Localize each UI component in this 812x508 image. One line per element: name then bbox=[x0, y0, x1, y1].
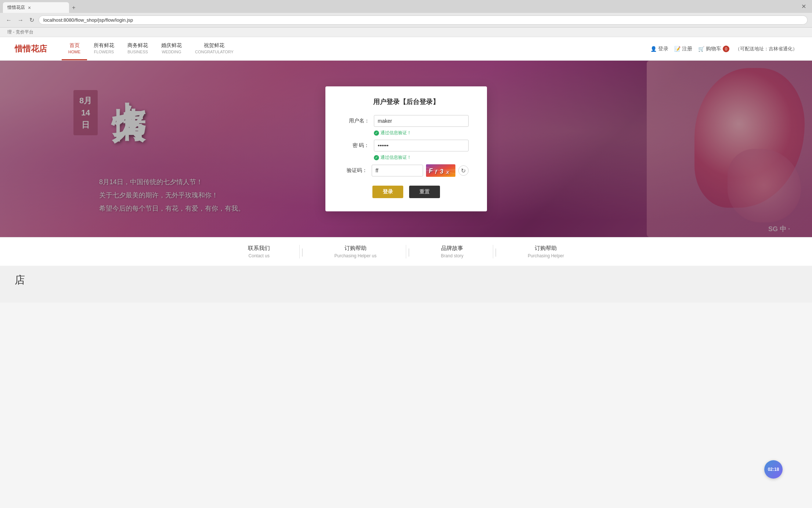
check-icon-2: ✓ bbox=[374, 155, 379, 160]
svg-text:f: f bbox=[434, 169, 437, 175]
username-validation: ✓ 通过信息验证！ bbox=[374, 130, 469, 136]
password-row: 密 码： bbox=[344, 140, 469, 151]
browser-chrome: 惜惜花店 × + ← → ↻ localhost:8080/flow_shop/… bbox=[0, 0, 812, 28]
captcha-row: 验证码： bbox=[344, 164, 469, 177]
browser-tab[interactable]: 惜惜花店 × bbox=[3, 2, 69, 13]
svg-text:3: 3 bbox=[440, 168, 444, 175]
footer-item-contact[interactable]: 联系我们 Contact us bbox=[219, 245, 300, 258]
tab-close-button[interactable]: × bbox=[28, 5, 31, 11]
register-button[interactable]: 📝 注册 bbox=[674, 46, 692, 52]
nav-item-business[interactable]: 商务鲜花 BUSINESS bbox=[121, 37, 155, 60]
password-label: 密 码： bbox=[344, 142, 369, 149]
site-logo: 惜惜花店 bbox=[15, 43, 47, 54]
back-button[interactable]: ← bbox=[4, 15, 13, 25]
reset-button[interactable]: 重置 bbox=[409, 186, 440, 198]
svg-text:x: x bbox=[445, 169, 450, 175]
site-header: 惜惜花店 首页 HOME 所有鲜花 FLOWERS 商务鲜花 BUSINESS … bbox=[0, 37, 812, 61]
svg-text:F: F bbox=[428, 167, 434, 175]
browser-refresh-icon[interactable]: ✕ bbox=[801, 3, 806, 10]
page-bottom: 店 bbox=[0, 266, 812, 303]
password-validation: ✓ 通过信息验证！ bbox=[374, 154, 469, 161]
url-bar[interactable]: localhost:8080/flow_shop/jsp/flow/login.… bbox=[39, 15, 808, 25]
login-person-icon: 👤 bbox=[650, 46, 657, 52]
footer-item-purchasing1[interactable]: 订购帮助 Purchasing Helper us bbox=[305, 245, 406, 258]
login-button[interactable]: 👤 登录 bbox=[650, 46, 668, 52]
footer-divider-1: | bbox=[300, 247, 305, 257]
captcha-refresh-button[interactable]: ↻ bbox=[458, 165, 469, 176]
store-name-large: 店 bbox=[15, 273, 797, 287]
breadcrumb: 理 - 竞价平台 bbox=[0, 28, 812, 37]
footer-divider-2: | bbox=[406, 247, 411, 257]
form-buttons: 登录 重置 bbox=[344, 186, 469, 198]
new-tab-button[interactable]: + bbox=[69, 3, 78, 12]
login-submit-button[interactable]: 登录 bbox=[372, 186, 403, 198]
footer-items: 联系我们 Contact us | 订购帮助 Purchasing Helper… bbox=[0, 245, 812, 258]
nav-item-congratulatory[interactable]: 祝贺鲜花 CONGRATULATORY bbox=[188, 37, 240, 60]
check-icon: ✓ bbox=[374, 130, 379, 136]
password-input[interactable] bbox=[374, 140, 469, 151]
nav-item-flowers[interactable]: 所有鲜花 FLOWERS bbox=[87, 37, 121, 60]
register-icon: 📝 bbox=[674, 46, 681, 52]
login-modal: 用户登录【后台登录】 用户名： ✓ 通过信息验证！ 密 码： ✓ 通过信息验证！ bbox=[325, 86, 487, 211]
nav-item-wedding[interactable]: 婚庆鲜花 WEDDING bbox=[155, 37, 188, 60]
footer-strip: 联系我们 Contact us | 订购帮助 Purchasing Helper… bbox=[0, 237, 812, 266]
site-nav: 首页 HOME 所有鲜花 FLOWERS 商务鲜花 BUSINESS 婚庆鲜花 … bbox=[62, 37, 650, 60]
tab-title: 惜惜花店 bbox=[7, 4, 25, 11]
cart-count-badge: 0 bbox=[723, 46, 729, 52]
username-label: 用户名： bbox=[344, 118, 369, 124]
address-bar: ← → ↻ localhost:8080/flow_shop/jsp/flow/… bbox=[0, 13, 812, 27]
browser-tabs: 惜惜花店 × + bbox=[0, 0, 812, 13]
reload-button[interactable]: ↻ bbox=[28, 15, 36, 25]
captcha-image: F f 3 x bbox=[426, 164, 455, 177]
delivery-info: （可配送地址：吉林省通化） bbox=[735, 46, 797, 52]
site-actions: 👤 登录 📝 注册 🛒 购物车 0 （可配送地址：吉林省通化） bbox=[650, 46, 797, 52]
nav-item-home[interactable]: 首页 HOME bbox=[62, 37, 87, 60]
footer-item-brand[interactable]: 品牌故事 Brand story bbox=[411, 245, 493, 258]
forward-button[interactable]: → bbox=[16, 15, 25, 25]
captcha-input[interactable] bbox=[372, 165, 423, 176]
footer-divider-3: | bbox=[493, 247, 498, 257]
modal-overlay: 用户登录【后台登录】 用户名： ✓ 通过信息验证！ 密 码： ✓ 通过信息验证！ bbox=[0, 61, 812, 237]
cart-icon: 🛒 bbox=[698, 46, 704, 52]
username-input[interactable] bbox=[374, 115, 469, 127]
captcha-label: 验证码： bbox=[344, 167, 367, 174]
modal-title: 用户登录【后台登录】 bbox=[344, 97, 469, 106]
hero-banner: 8月 14 日 七夕情人 8月14日，中国传统的七夕情人节！ 关于七夕最美的期许… bbox=[0, 61, 812, 237]
footer-item-purchasing2[interactable]: 订购帮助 Purchasing Helper bbox=[498, 245, 593, 258]
username-row: 用户名： bbox=[344, 115, 469, 127]
cart-button[interactable]: 🛒 购物车 0 bbox=[698, 46, 729, 52]
